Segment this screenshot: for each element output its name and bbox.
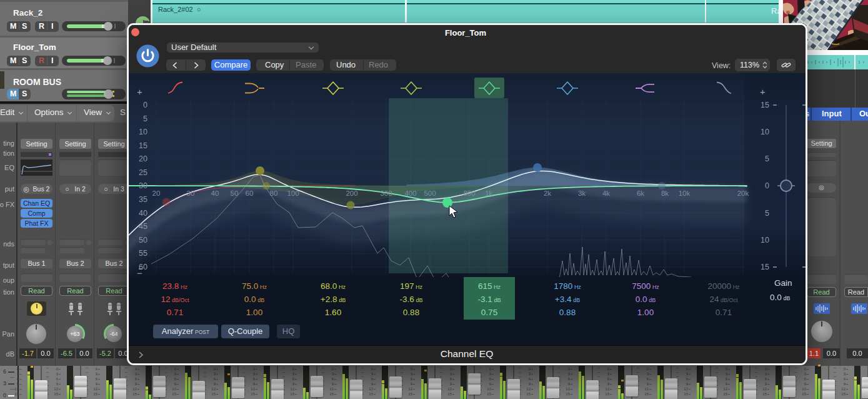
svg-text:35: 35 xyxy=(139,195,147,204)
svg-text:3k: 3k xyxy=(578,189,586,197)
svg-text:20: 20 xyxy=(139,154,147,163)
svg-text:+: + xyxy=(760,86,766,97)
svg-text:55: 55 xyxy=(139,249,147,258)
svg-text:10: 10 xyxy=(139,128,147,136)
svg-text:50: 50 xyxy=(231,189,239,197)
svg-text:200: 200 xyxy=(346,189,357,197)
svg-text:20k: 20k xyxy=(737,189,749,197)
svg-text:2k: 2k xyxy=(544,189,551,197)
svg-text:20: 20 xyxy=(152,189,161,197)
svg-text:1k: 1k xyxy=(485,189,492,197)
svg-text:500: 500 xyxy=(424,189,436,197)
svg-text:0: 0 xyxy=(143,101,147,109)
svg-text:30: 30 xyxy=(139,181,147,190)
svg-text:8k: 8k xyxy=(661,189,669,197)
svg-text:40: 40 xyxy=(139,209,147,218)
svg-text:45: 45 xyxy=(139,222,147,231)
svg-text:100: 100 xyxy=(287,189,299,197)
svg-text:10k: 10k xyxy=(679,189,691,197)
svg-text:0: 0 xyxy=(765,181,769,190)
svg-text:15: 15 xyxy=(761,263,769,271)
svg-text:5: 5 xyxy=(765,154,769,163)
svg-text:400: 400 xyxy=(404,189,416,197)
svg-text:300: 300 xyxy=(380,189,392,197)
svg-text:30: 30 xyxy=(187,189,195,197)
svg-text:+: + xyxy=(137,86,142,97)
svg-text:15: 15 xyxy=(761,101,769,109)
svg-text:4k: 4k xyxy=(602,189,610,197)
svg-text:15: 15 xyxy=(139,141,147,150)
svg-text:50: 50 xyxy=(139,236,147,245)
svg-text:10: 10 xyxy=(761,236,769,245)
svg-text:60: 60 xyxy=(246,189,254,197)
svg-text:40: 40 xyxy=(211,189,219,197)
svg-text:10: 10 xyxy=(761,128,769,136)
svg-text:25: 25 xyxy=(139,168,147,177)
svg-text:5: 5 xyxy=(143,114,147,123)
svg-text:5: 5 xyxy=(765,209,769,218)
svg-text:6k: 6k xyxy=(637,189,644,197)
svg-text:800: 800 xyxy=(463,189,475,197)
svg-text:80: 80 xyxy=(270,189,278,197)
